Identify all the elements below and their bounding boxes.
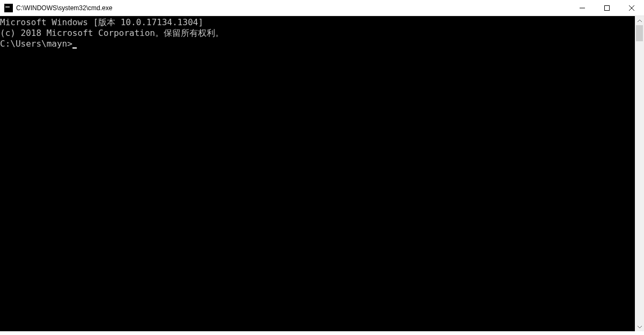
- window-controls: [570, 0, 644, 16]
- scroll-down-button[interactable]: [635, 322, 644, 331]
- chevron-down-icon: [638, 325, 642, 329]
- terminal-cursor: [72, 47, 77, 49]
- svg-rect-1: [605, 5, 610, 10]
- terminal-prompt-line: C:\Users\mayn>: [0, 39, 635, 49]
- scroll-track[interactable]: [635, 25, 644, 322]
- maximize-button[interactable]: [595, 0, 619, 16]
- terminal-line: (c) 2018 Microsoft Corporation。保留所有权利。: [0, 28, 635, 39]
- terminal[interactable]: Microsoft Windows [版本 10.0.17134.1304](c…: [0, 16, 635, 331]
- scrollbar[interactable]: [635, 16, 644, 331]
- terminal-wrap: Microsoft Windows [版本 10.0.17134.1304](c…: [0, 16, 644, 331]
- maximize-icon: [604, 5, 610, 11]
- close-icon: [629, 5, 634, 11]
- bottom-border: [0, 331, 644, 335]
- minimize-icon: [580, 5, 585, 11]
- minimize-button[interactable]: [570, 0, 595, 16]
- titlebar[interactable]: C:\WINDOWS\system32\cmd.exe: [0, 0, 644, 16]
- chevron-up-icon: [638, 19, 642, 23]
- scroll-up-button[interactable]: [635, 16, 644, 25]
- terminal-prompt: C:\Users\mayn>: [0, 39, 72, 49]
- terminal-line: Microsoft Windows [版本 10.0.17134.1304]: [0, 17, 635, 28]
- cmd-icon: [4, 4, 13, 12]
- close-button[interactable]: [619, 0, 644, 16]
- scroll-thumb[interactable]: [636, 25, 643, 41]
- window-title: C:\WINDOWS\system32\cmd.exe: [16, 4, 570, 12]
